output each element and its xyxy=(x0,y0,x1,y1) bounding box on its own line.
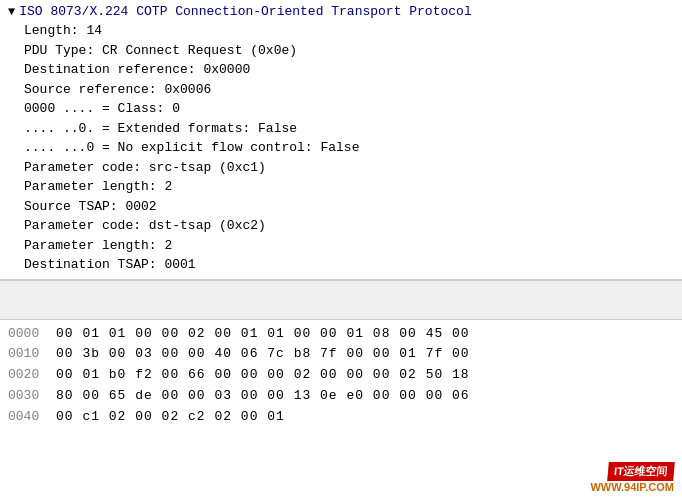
protocol-fields: Length: 14 PDU Type: CR Connect Request … xyxy=(8,21,674,275)
field-label: Parameter code: src-tsap (0xc1) xyxy=(24,160,266,175)
field-extended: .... ..0. = Extended formats: False xyxy=(24,119,674,139)
field-dst-tsap: Destination TSAP: 0001 xyxy=(24,255,674,275)
protocol-header: ▼ ISO 8073/X.224 COTP Connection-Oriente… xyxy=(8,4,674,19)
field-param-src: Parameter code: src-tsap (0xc1) xyxy=(24,158,674,178)
hex-row-0010: 0010 00 3b 00 03 00 00 40 06 7c b8 7f 00… xyxy=(8,344,674,365)
middle-divider xyxy=(0,280,682,320)
hex-panel: 0000 00 01 01 00 00 02 00 01 01 00 00 01… xyxy=(0,320,682,502)
field-label: Parameter code: dst-tsap (0xc2) xyxy=(24,218,266,233)
watermark-red-label: IT运维空间 xyxy=(607,462,674,481)
field-param-dst: Parameter code: dst-tsap (0xc2) xyxy=(24,216,674,236)
field-label: Parameter length: 2 xyxy=(24,238,172,253)
field-label: PDU Type: CR Connect Request (0x0e) xyxy=(24,43,297,58)
hex-row-0030: 0030 80 00 65 de 00 00 03 00 00 13 0e e0… xyxy=(8,386,674,407)
hex-offset-2: 0020 xyxy=(8,365,48,386)
field-dst-ref: Destination reference: 0x0000 xyxy=(24,60,674,80)
protocol-panel: ▼ ISO 8073/X.224 COTP Connection-Oriente… xyxy=(0,0,682,280)
field-label: .... ...0 = No explicit flow control: Fa… xyxy=(24,140,359,155)
field-src-ref: Source reference: 0x0006 xyxy=(24,80,674,100)
hex-row-0040: 0040 00 c1 02 00 02 c2 02 00 01 xyxy=(8,407,674,428)
field-flow: .... ...0 = No explicit flow control: Fa… xyxy=(24,138,674,158)
field-length: Length: 14 xyxy=(24,21,674,41)
hex-bytes-4: 00 c1 02 00 02 c2 02 00 01 xyxy=(56,407,674,428)
field-label: 0000 .... = Class: 0 xyxy=(24,101,180,116)
hex-row-0000: 0000 00 01 01 00 00 02 00 01 01 00 00 01… xyxy=(8,324,674,345)
field-label: Source reference: 0x0006 xyxy=(24,82,211,97)
hex-bytes-2: 00 01 b0 f2 00 66 00 00 00 02 00 00 00 0… xyxy=(56,365,674,386)
hex-row-0020: 0020 00 01 b0 f2 00 66 00 00 00 02 00 00… xyxy=(8,365,674,386)
field-label: Destination reference: 0x0000 xyxy=(24,62,250,77)
field-param-len1: Parameter length: 2 xyxy=(24,177,674,197)
field-param-len2: Parameter length: 2 xyxy=(24,236,674,256)
hex-offset-3: 0030 xyxy=(8,386,48,407)
main-container: ▼ ISO 8073/X.224 COTP Connection-Oriente… xyxy=(0,0,682,501)
field-label: .... ..0. = Extended formats: False xyxy=(24,121,297,136)
hex-offset-4: 0040 xyxy=(8,407,48,428)
hex-offset-0: 0000 xyxy=(8,324,48,345)
field-label: Length: xyxy=(24,23,86,38)
hex-bytes-3: 80 00 65 de 00 00 03 00 00 13 0e e0 00 0… xyxy=(56,386,674,407)
collapse-icon[interactable]: ▼ xyxy=(8,5,15,19)
field-label: Destination TSAP: 0001 xyxy=(24,257,196,272)
watermark: IT运维空间 WWW.94IP.COM xyxy=(590,462,674,493)
field-value: 14 xyxy=(86,23,102,38)
watermark-site-label: WWW.94IP.COM xyxy=(590,481,674,493)
field-label: Source TSAP: 0002 xyxy=(24,199,157,214)
field-class: 0000 .... = Class: 0 xyxy=(24,99,674,119)
hex-offset-1: 0010 xyxy=(8,344,48,365)
hex-bytes-1: 00 3b 00 03 00 00 40 06 7c b8 7f 00 00 0… xyxy=(56,344,674,365)
protocol-title: ISO 8073/X.224 COTP Connection-Oriented … xyxy=(19,4,471,19)
field-label: Parameter length: 2 xyxy=(24,179,172,194)
field-src-tsap: Source TSAP: 0002 xyxy=(24,197,674,217)
field-pdu-type: PDU Type: CR Connect Request (0x0e) xyxy=(24,41,674,61)
hex-bytes-0: 00 01 01 00 00 02 00 01 01 00 00 01 08 0… xyxy=(56,324,674,345)
